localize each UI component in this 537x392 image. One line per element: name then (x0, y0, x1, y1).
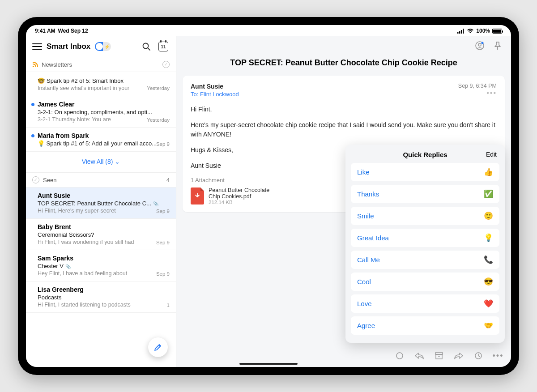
svg-point-8 (478, 43, 481, 46)
quick-replies-edit-button[interactable]: Edit (486, 151, 497, 158)
quick-reply-smile[interactable]: Smile🙂 (351, 207, 499, 225)
mark-read-icon[interactable]: ✓ (162, 61, 170, 68)
status-bar: 9:41 AM Wed Sep 12 100% (26, 25, 511, 36)
battery-icon (492, 29, 502, 34)
mail-date: Yesterday (147, 117, 170, 123)
smile-icon: 🙂 (484, 211, 493, 221)
mail-date: Sep 9 (156, 141, 170, 147)
section-newsletters[interactable]: Newsletters ✓ (26, 57, 176, 72)
svg-rect-12 (436, 354, 442, 359)
pin-button[interactable] (492, 40, 503, 51)
unread-dot (31, 103, 34, 106)
home-indicator[interactable] (239, 363, 298, 365)
profile-button[interactable] (474, 40, 485, 51)
search-button[interactable] (140, 40, 153, 53)
phone-icon: 📞 (484, 255, 493, 264)
message-to[interactable]: To: Flint Lockwood (191, 91, 239, 98)
quick-reply-thanks[interactable]: Thanks✅ (351, 185, 499, 203)
lightbulb-icon: 💡 (484, 233, 493, 243)
svg-line-5 (148, 48, 150, 50)
mail-subject: TOP SECRET: Peanut Butter Chocolate C... (38, 200, 151, 207)
view-all-button[interactable]: View All (8) ⌄ (26, 152, 176, 173)
thumbs-up-icon: 👍 (484, 167, 493, 177)
inbox-title: Smart Inbox (47, 42, 90, 51)
reading-pane: TOP SECRET: Peanut Butter Chocolate Chip… (176, 36, 511, 367)
svg-rect-0 (457, 32, 459, 34)
attachment-icon: 📎 (153, 201, 158, 206)
mail-subject: 3-2-1: On spending, compliments, and opt… (38, 109, 170, 115)
mail-date: Sep 9 (156, 209, 170, 214)
quick-reply-call-me[interactable]: Call Me📞 (351, 251, 499, 269)
svg-rect-2 (461, 30, 462, 34)
svg-rect-1 (459, 31, 460, 34)
mail-preview: Hi Flint, I started listening to podcast… (38, 302, 170, 308)
mail-preview: Hi Flint, I was wondering if you still h… (38, 239, 170, 245)
section-newsletters-label: Newsletters (42, 61, 72, 68)
emoji-icon: 🤓 (38, 77, 45, 84)
smart-inbox-toggle[interactable]: ⚡ (95, 42, 111, 51)
mail-date: Sep 9 (156, 240, 170, 245)
mail-sender: James Clear (38, 101, 170, 108)
mail-item[interactable]: Maria from Spark 💡 Spark tip #1 of 5: Ad… (26, 128, 176, 152)
mail-item[interactable]: Sam Sparks Chester V📎 Hey Flint, I have … (26, 250, 176, 281)
menu-button[interactable] (32, 42, 42, 51)
mail-preview: Hey Flint, I have a bad feeling about (38, 270, 170, 277)
mail-item[interactable]: Lisa Greenberg Podcasts Hi Flint, I star… (26, 281, 176, 313)
section-seen[interactable]: ✓ Seen 4 (26, 173, 176, 187)
heart-icon: ❤️ (484, 299, 493, 308)
quick-reply-love[interactable]: Love❤️ (351, 294, 499, 313)
wifi-icon (467, 28, 474, 34)
email-list-pane: Smart Inbox ⚡ 11 Newsletters (26, 36, 176, 367)
status-time: 9:41 AM (35, 28, 55, 34)
rss-icon (32, 62, 38, 68)
mail-date: Sep 9 (156, 271, 170, 277)
mail-sender: Maria from Spark (38, 132, 170, 139)
mail-date: 1 (167, 303, 170, 308)
mail-sender: Lisa Greenberg (38, 286, 170, 293)
mail-sender: Aunt Susie (38, 192, 170, 199)
status-date: Wed Sep 12 (58, 28, 88, 34)
snooze-button[interactable] (473, 351, 483, 361)
battery-percent: 100% (476, 28, 490, 34)
mail-subject: Podcasts (38, 294, 170, 301)
mail-subject: Chester V (38, 263, 64, 269)
quick-reply-agree[interactable]: Agree🤝 (351, 316, 499, 335)
mail-sender: Baby Brent (38, 223, 170, 230)
more-actions-button[interactable]: ••• (493, 351, 503, 361)
mail-subject: 💡 Spark tip #1 of 5: Add all your email … (38, 140, 170, 147)
mail-item[interactable]: 🤓Spark tip #2 of 5: Smart Inbox Instantl… (26, 72, 176, 96)
compose-button[interactable] (148, 337, 168, 357)
mark-unread-button[interactable] (395, 351, 405, 361)
message-from: Aunt Susie (191, 83, 239, 90)
svg-point-9 (482, 42, 484, 44)
section-seen-label: Seen (43, 177, 56, 183)
mail-item[interactable]: Baby Brent Ceremonial Scissors? Hi Flint… (26, 219, 176, 250)
seen-icon: ✓ (32, 176, 39, 183)
mail-subject: Ceremonial Scissors? (38, 231, 170, 238)
screen: 9:41 AM Wed Sep 12 100% Smart Inbox (26, 25, 511, 367)
message-date: Sep 9, 6:34 PM (458, 83, 497, 89)
pdf-icon (191, 187, 204, 205)
svg-rect-3 (463, 29, 464, 34)
calendar-button[interactable]: 11 (157, 40, 170, 53)
attachment-size: 212.14 KB (209, 200, 276, 205)
message-more-button[interactable]: ••• (458, 89, 497, 97)
chevron-down-icon: ⌄ (115, 158, 120, 165)
check-icon: ✅ (484, 189, 493, 199)
reply-button[interactable] (414, 351, 424, 361)
quick-replies-panel: Quick Replies Edit Like👍 Thanks✅ Smile🙂 … (345, 145, 505, 343)
attachment-name: Peanut Butter Chocolate Chip Cookies.pdf (209, 187, 276, 200)
quick-reply-great-idea[interactable]: Great Idea💡 (351, 229, 499, 247)
message-toolbar: ••• (395, 351, 503, 361)
quick-reply-like[interactable]: Like👍 (351, 163, 499, 181)
mail-item-selected[interactable]: Aunt Susie TOP SECRET: Peanut Butter Cho… (26, 187, 176, 219)
mail-item[interactable]: James Clear 3-2-1: On spending, complime… (26, 96, 176, 128)
quick-reply-cool[interactable]: Cool😎 (351, 273, 499, 291)
sunglasses-icon: 😎 (484, 277, 493, 286)
forward-button[interactable] (454, 351, 464, 361)
archive-button[interactable] (434, 351, 444, 361)
handshake-icon: 🤝 (484, 321, 493, 330)
unread-dot (31, 134, 34, 137)
svg-point-6 (33, 65, 34, 67)
mail-date: Yesterday (147, 85, 170, 91)
